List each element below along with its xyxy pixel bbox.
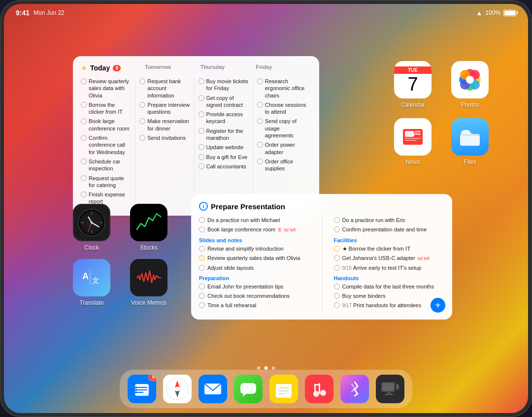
middle-apps: Clock Stocks A 文 bbox=[73, 204, 167, 306]
list-item: Confirm conference call for Wednesday bbox=[81, 134, 131, 156]
list-item: Compile data for the last three months bbox=[334, 283, 445, 290]
list-item: Provide access keycard bbox=[199, 111, 249, 125]
dock-music[interactable] bbox=[305, 375, 333, 403]
clock-label: Clock bbox=[84, 244, 99, 251]
stocks-app[interactable]: Stocks bbox=[130, 204, 167, 251]
photos-label: Photos bbox=[461, 101, 479, 108]
svg-rect-45 bbox=[382, 383, 394, 391]
friday-column: Research ergonomic office chairs Choose … bbox=[253, 78, 311, 208]
svg-text:N: N bbox=[411, 130, 415, 137]
battery-icon bbox=[503, 10, 516, 16]
clock-app[interactable]: Clock bbox=[73, 204, 110, 251]
add-button[interactable]: + bbox=[431, 298, 445, 313]
tomorrow-header: Tomorrow bbox=[145, 64, 200, 72]
apps-row-4: A 文 Translate Voice Memos bbox=[73, 259, 167, 306]
mail-dock-icon bbox=[202, 379, 223, 399]
list-item: Buy movie tickets for Friday bbox=[199, 78, 249, 92]
svg-text:文: 文 bbox=[92, 277, 99, 285]
list-item: Finish expense report bbox=[81, 191, 131, 205]
status-date: Mon Jun 22 bbox=[33, 9, 65, 16]
pres-columns: Do a practice run with Michael Book larg… bbox=[199, 217, 444, 312]
photos-app[interactable]: Photos bbox=[451, 61, 489, 108]
clock-face bbox=[78, 209, 105, 236]
translate-app[interactable]: A 文 Translate bbox=[73, 259, 110, 306]
dock-messages[interactable] bbox=[234, 375, 263, 403]
list-item: Check out book recommendations bbox=[199, 292, 310, 299]
list-item: Get copy of signed contract bbox=[199, 95, 249, 109]
screentime-dock-icon bbox=[379, 378, 401, 400]
presentation-title: i Prepare Presentation bbox=[199, 202, 444, 211]
svg-text:A: A bbox=[82, 271, 89, 281]
battery-text: 100% bbox=[485, 9, 500, 16]
files-app[interactable]: Files bbox=[451, 118, 489, 165]
list-item: Buy a gift for Eve bbox=[199, 154, 249, 160]
list-item: Revise and simplify introduction bbox=[199, 245, 310, 252]
shortcuts-dock-icon bbox=[345, 379, 365, 399]
list-item: Get Johanna's USB-C adapter 6d left bbox=[334, 255, 445, 262]
svg-point-40 bbox=[320, 390, 326, 396]
calendar-day: TUE bbox=[394, 66, 432, 74]
list-item: Schedule car inspection bbox=[81, 158, 131, 172]
files-icon-svg bbox=[456, 123, 484, 151]
notes-dock-icon bbox=[273, 378, 295, 400]
list-item: Choose sessions to attend bbox=[257, 101, 307, 116]
svg-rect-49 bbox=[397, 385, 399, 389]
list-item: Make reservation for dinner bbox=[139, 118, 190, 132]
dot-1[interactable] bbox=[257, 366, 261, 370]
list-item: Time a full rehearsal bbox=[199, 302, 310, 309]
list-item: Adjust slide layouts bbox=[199, 264, 310, 271]
page-dots bbox=[257, 366, 275, 370]
list-item: Request bank account information bbox=[139, 78, 190, 99]
stocks-icon-svg bbox=[135, 209, 163, 236]
calendar-label: Calendar bbox=[401, 101, 425, 108]
svg-rect-35 bbox=[276, 382, 292, 384]
dock-notes[interactable] bbox=[269, 375, 298, 403]
thursday-header: Thursday bbox=[200, 64, 256, 72]
wifi-icon: ▲ bbox=[476, 9, 482, 17]
apps-row-3: Clock Stocks bbox=[73, 204, 167, 251]
svg-rect-11 bbox=[415, 131, 421, 132]
svg-point-25 bbox=[135, 391, 137, 393]
list-item: Review quarterly sales data with Olivia bbox=[81, 78, 131, 99]
list-item: Call accountants bbox=[199, 163, 249, 170]
svg-point-8 bbox=[466, 76, 474, 84]
dot-3[interactable] bbox=[272, 366, 275, 370]
status-time: 9:41 bbox=[16, 9, 30, 17]
list-item: Confirm presentation date and time bbox=[334, 226, 445, 233]
dot-2[interactable] bbox=[265, 366, 268, 370]
widget-header: ★ Today 9 Tomorrow Thursday Friday bbox=[81, 64, 311, 72]
calendar-app[interactable]: TUE 7 Calendar bbox=[394, 61, 432, 108]
list-item: Send copy of usage agreements bbox=[257, 118, 307, 139]
tomorrow-column: Request bank account information Prepare… bbox=[135, 78, 194, 208]
voice-memo-label: Voice Memos bbox=[131, 299, 166, 306]
svg-rect-14 bbox=[405, 140, 417, 141]
files-label: Files bbox=[464, 159, 476, 165]
translate-icon-svg: A 文 bbox=[79, 265, 104, 290]
pres-right-col: Do a practice run with Eric Confirm pres… bbox=[334, 217, 445, 312]
reminders-widget: ★ Today 9 Tomorrow Thursday Friday Revie… bbox=[73, 56, 319, 216]
preparation-label: Preparation bbox=[199, 275, 310, 281]
news-app[interactable]: N News bbox=[394, 118, 432, 165]
pres-left-col: Do a practice run with Michael Book larg… bbox=[199, 217, 310, 312]
status-bar: 9:41 Mon Jun 22 ▲ 100% bbox=[4, 4, 528, 22]
content-area: ★ Today 9 Tomorrow Thursday Friday Revie… bbox=[4, 22, 528, 413]
list-item: Book large conference room bbox=[81, 118, 131, 132]
list-item: Update website bbox=[199, 144, 249, 151]
photos-icon-svg bbox=[456, 66, 484, 94]
reminders-dock-icon bbox=[132, 379, 152, 399]
dock-reminders[interactable]: 9 bbox=[128, 375, 156, 403]
dock-shortcuts[interactable] bbox=[340, 375, 369, 403]
list-item: Email John for presentation tips bbox=[199, 283, 310, 290]
voice-memo-icon-svg bbox=[135, 264, 163, 291]
dock-mail[interactable] bbox=[199, 375, 227, 403]
dock-screentime[interactable] bbox=[376, 375, 404, 403]
svg-rect-47 bbox=[385, 394, 393, 395]
list-item: Buy some binders bbox=[334, 292, 445, 299]
voice-memo-app[interactable]: Voice Memos bbox=[130, 259, 167, 306]
ipad-frame: 9:41 Mon Jun 22 ▲ 100% ★ Today 9 Tomorro… bbox=[0, 0, 532, 417]
safari-dock-icon bbox=[165, 377, 190, 401]
news-label: News bbox=[405, 159, 420, 165]
dock-safari[interactable] bbox=[163, 375, 192, 403]
list-item: Order office supplies bbox=[257, 158, 307, 172]
list-item: 9/15 Arrive early to test IT's setup bbox=[334, 264, 445, 271]
